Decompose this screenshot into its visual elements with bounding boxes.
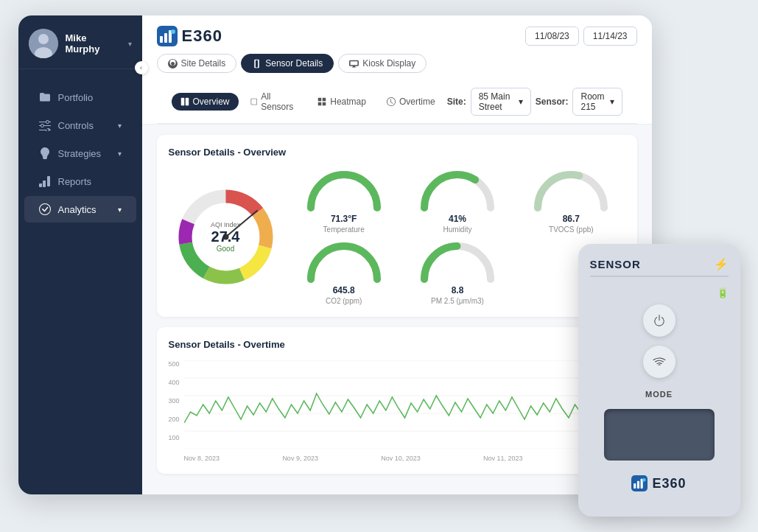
nav-items: Portfolio Controls ▾ Strategies ▾ — [18, 69, 142, 494]
check-circle-icon — [39, 203, 51, 215]
sensor-divider — [590, 276, 729, 277]
sidebar-item-reports[interactable]: Reports — [24, 168, 136, 195]
scene: Mike Murphy ▾ Portfolio Controls — [18, 15, 740, 517]
x-label-2: Nov 9, 2023 — [282, 455, 318, 462]
sensor-screen — [604, 409, 715, 461]
folder-icon — [39, 91, 51, 103]
svg-rect-4 — [160, 36, 163, 43]
temperature-label: Temperature — [323, 225, 365, 234]
strategies-chevron-icon: ▾ — [118, 150, 122, 158]
pm25-label: PM 2.5 (μm/m3) — [431, 297, 484, 305]
y-axis: 500 400 300 200 100 — [169, 360, 180, 441]
tvocs-value: 86.7 — [563, 211, 580, 224]
y-label-100: 100 — [169, 434, 180, 441]
tab-sensor-details-label: Sensor Details — [265, 58, 323, 69]
sub-tab-overtime[interactable]: Overtime — [378, 93, 444, 111]
humidity-gauge-svg — [417, 168, 498, 215]
overview-card: Sensor Details - Overview — [157, 135, 637, 317]
sub-tab-overview-label: Overview — [193, 97, 230, 107]
svg-point-7 — [171, 29, 175, 34]
sub-tabs: Overview All Sensors Heatmap Overtime — [157, 80, 637, 124]
temperature-gauge-svg — [303, 168, 385, 215]
pm25-gauge-svg — [417, 239, 498, 287]
svg-rect-5 — [164, 33, 167, 43]
aqi-status: Good — [211, 245, 240, 253]
bar-chart-icon — [39, 175, 51, 187]
svg-point-1 — [38, 34, 49, 44]
analytics-chevron-icon: ▾ — [118, 206, 122, 214]
sensor-header: SENSOR ⚡ — [590, 257, 729, 271]
x-label-1: Nov 8, 2023 — [184, 455, 220, 462]
svg-point-27 — [642, 478, 646, 482]
sidebar-item-controls[interactable]: Controls ▾ — [24, 112, 136, 139]
co2-gauge-svg — [303, 239, 385, 287]
sensor-device: SENSOR ⚡ 🔋 MODE — [578, 244, 740, 517]
logo-icon — [157, 26, 178, 46]
lightbulb-icon — [39, 147, 51, 159]
sub-tab-all-sensors-label: All Sensors — [261, 91, 297, 112]
sidebar-label-controls: Controls — [58, 120, 110, 131]
co2-label: CO2 (ppm) — [326, 297, 362, 305]
gauges-grid: 71.3°F Temperature 41% Humidity — [290, 168, 625, 305]
gauge-co2: 645.8 CO2 (ppm) — [290, 239, 398, 305]
user-menu[interactable]: Mike Murphy ▾ — [18, 15, 142, 69]
sub-tab-overtime-label: Overtime — [399, 97, 435, 107]
sidebar-item-strategies[interactable]: Strategies ▾ — [24, 140, 136, 167]
power-button[interactable] — [643, 304, 675, 337]
y-label-400: 400 — [169, 379, 180, 386]
chart-area: Nov 8, 2023 Nov 9, 2023 Nov 10, 2023 Nov… — [184, 360, 625, 462]
sidebar-item-portfolio[interactable]: Portfolio — [24, 84, 136, 111]
sidebar-item-analytics[interactable]: Analytics ▾ — [24, 196, 136, 223]
app-logo: E360 — [157, 26, 222, 46]
overtime-title: Sensor Details - Overtime — [169, 339, 625, 350]
sensor-select[interactable]: Room 215 ▾ — [572, 88, 622, 116]
sub-tab-heatmap[interactable]: Heatmap — [309, 93, 375, 111]
battery-icon: 🔋 — [717, 287, 729, 298]
overtime-chart-svg — [184, 360, 625, 449]
top-tabs: Site Details Sensor Details Kiosk Displa… — [157, 54, 637, 80]
sidebar-label-portfolio: Portfolio — [58, 92, 122, 103]
overtime-card: Sensor Details - Overtime 500 400 300 20… — [157, 327, 637, 474]
tvocs-gauge-svg — [530, 168, 611, 215]
x-axis: Nov 8, 2023 Nov 9, 2023 Nov 10, 2023 Nov… — [184, 455, 625, 462]
tab-kiosk-display[interactable]: Kiosk Display — [338, 54, 427, 73]
sensor-logo-text: E360 — [652, 476, 686, 491]
tab-kiosk-display-label: Kiosk Display — [362, 58, 415, 69]
gauge-humidity: 41% Humidity — [404, 168, 511, 234]
wifi-button[interactable] — [643, 346, 675, 378]
user-chevron-icon: ▾ — [128, 40, 132, 48]
gauge-temperature: 71.3°F Temperature — [290, 168, 398, 234]
sidebar: Mike Murphy ▾ Portfolio Controls — [18, 15, 142, 494]
date-start-button[interactable]: 11/08/23 — [525, 27, 579, 46]
user-name: Mike Murphy — [66, 32, 121, 55]
sensor-logo-icon — [631, 475, 648, 491]
date-end-button[interactable]: 11/14/23 — [583, 27, 637, 46]
logo-row: E360 11/08/23 11/14/23 — [157, 26, 637, 46]
controls-chevron-icon: ▾ — [118, 122, 122, 130]
site-value: 85 Main Street — [479, 91, 514, 112]
sensor-label: Sensor: — [536, 97, 569, 107]
gauge-tvocs: 86.7 TVOCS (ppb) — [517, 168, 625, 234]
tab-site-details[interactable]: Site Details — [157, 54, 237, 73]
gauge-pm25: 8.8 PM 2.5 (μm/m3) — [404, 239, 511, 305]
dashboard-card: Mike Murphy ▾ Portfolio Controls — [18, 15, 652, 494]
sliders-icon — [39, 119, 51, 131]
svg-rect-25 — [637, 481, 639, 489]
tab-sensor-details[interactable]: Sensor Details — [241, 54, 334, 73]
site-select[interactable]: 85 Main Street ▾ — [471, 88, 531, 116]
humidity-label: Humidity — [443, 225, 472, 234]
y-label-300: 300 — [169, 397, 180, 405]
sub-tab-overview[interactable]: Overview — [172, 93, 239, 111]
avatar — [29, 29, 58, 58]
humidity-value: 41% — [449, 211, 466, 224]
sidebar-collapse-button[interactable]: ‹ — [135, 61, 148, 74]
sidebar-label-reports: Reports — [58, 176, 122, 187]
main-content: E360 11/08/23 11/14/23 Site Details — [142, 15, 652, 494]
sub-tab-heatmap-label: Heatmap — [330, 97, 366, 107]
sub-tab-all-sensors[interactable]: All Sensors — [242, 88, 306, 116]
chart-container: 500 400 300 200 100 — [169, 360, 625, 462]
svg-rect-24 — [634, 483, 636, 489]
top-bar: E360 11/08/23 11/14/23 Site Details — [142, 15, 652, 125]
sensor-buttons — [643, 304, 675, 378]
aqi-center: AQI Index 27.4 Good — [211, 221, 240, 253]
